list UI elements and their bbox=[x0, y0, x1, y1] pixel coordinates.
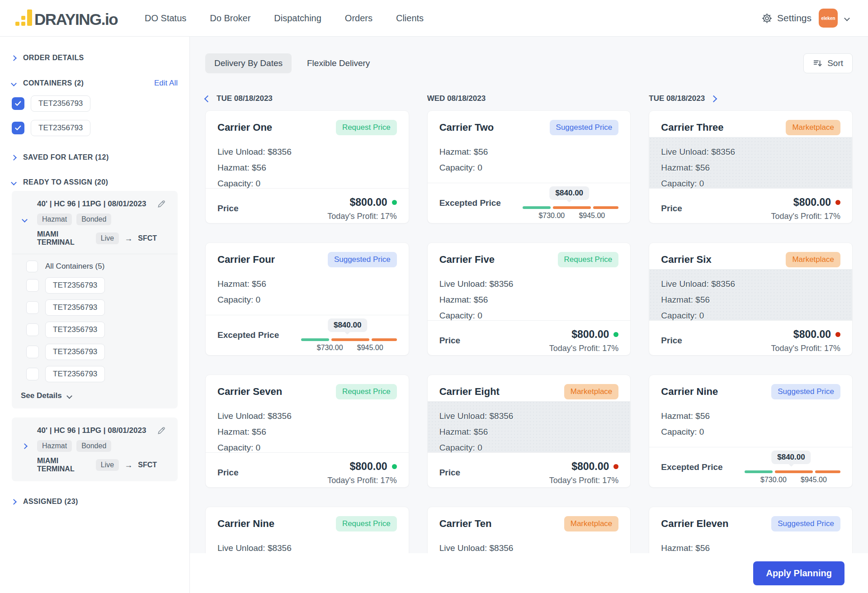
sort-button[interactable]: Sort bbox=[803, 53, 853, 73]
range-min-label: $730.00 bbox=[760, 476, 787, 484]
ready-to-assign-card[interactable]: 40' | HC 96 | 11PG | 08/01/2023 HazmatBo… bbox=[12, 417, 178, 481]
nav-item-do-status[interactable]: DO Status bbox=[145, 13, 186, 24]
expected-price-tooltip: $840.00 bbox=[771, 451, 811, 464]
nav-item-do-broker[interactable]: Do Broker bbox=[210, 13, 250, 24]
carrier-detail: Hazmat: $56 bbox=[217, 163, 397, 172]
container-row: TET2356793 bbox=[26, 365, 169, 383]
price-type-badge: Suggested Price bbox=[550, 120, 619, 135]
container-id-chip[interactable]: TET2356793 bbox=[45, 277, 105, 294]
container-row: TET2356793 bbox=[12, 119, 178, 137]
nav-item-orders[interactable]: Orders bbox=[345, 13, 373, 24]
nav-item-dispatching[interactable]: Dispatching bbox=[274, 13, 321, 24]
container-checkbox[interactable] bbox=[26, 301, 39, 314]
edit-all-link[interactable]: Edit All bbox=[154, 79, 178, 88]
logo-bars-icon bbox=[15, 9, 32, 27]
container-checkbox[interactable] bbox=[26, 346, 39, 358]
avatar[interactable]: eleken bbox=[819, 9, 838, 28]
bottom-action-bar: Apply Planning bbox=[190, 553, 868, 593]
container-checkbox[interactable] bbox=[26, 279, 39, 292]
edit-pencil-icon[interactable] bbox=[157, 426, 169, 435]
sidebar-item-saved-for-later[interactable]: SAVED FOR LATER (12) bbox=[12, 152, 178, 162]
carrier-card[interactable]: Carrier Six Marketplace Live Unload: $83… bbox=[649, 242, 853, 356]
container-id-chip[interactable]: TET2356793 bbox=[45, 366, 105, 382]
all-containers-row: All Containers (5) bbox=[26, 261, 169, 272]
see-details-label: See Details bbox=[21, 391, 62, 400]
carrier-card[interactable]: Carrier Two Suggested Price Hazmat: $56C… bbox=[427, 110, 631, 223]
expand-chevron-icon[interactable] bbox=[22, 217, 28, 223]
carrier-card[interactable]: Carrier Nine Suggested Price Hazmat: $56… bbox=[649, 375, 853, 488]
app-logo[interactable]: DRAYING.io bbox=[15, 9, 118, 27]
chevron-down-icon bbox=[66, 393, 72, 399]
range-segment-mid bbox=[553, 206, 591, 209]
price-type-badge: Request Price bbox=[336, 120, 397, 135]
range-segment-low bbox=[523, 206, 551, 209]
delivery-tabs: Delivery By DatesFlexible Delivery bbox=[205, 53, 379, 73]
prev-date-chevron-icon[interactable] bbox=[204, 95, 212, 102]
container-checkbox[interactable] bbox=[26, 368, 39, 380]
settings-button[interactable]: Settings bbox=[761, 13, 811, 24]
sidebar-item-order-details[interactable]: ORDER DETAILS bbox=[12, 53, 178, 63]
chevron-down-icon bbox=[11, 81, 17, 86]
carrier-card[interactable]: Carrier Eight Marketplace Live Unload: $… bbox=[427, 375, 631, 488]
top-nav: DRAYING.io DO StatusDo BrokerDispatching… bbox=[0, 0, 868, 37]
edit-pencil-icon[interactable] bbox=[157, 199, 169, 209]
main-panel: Delivery By DatesFlexible Delivery Sort … bbox=[190, 37, 868, 593]
container-id-chip[interactable]: TET2356793 bbox=[45, 299, 105, 316]
expand-chevron-icon[interactable] bbox=[22, 443, 28, 449]
sidebar-item-ready-to-assign[interactable]: READY TO ASSIGN (20) bbox=[12, 177, 178, 187]
gear-icon bbox=[761, 13, 773, 24]
sidebar-item-assigned[interactable]: ASSIGNED (23) bbox=[12, 497, 178, 507]
expected-price-value: $840.00 bbox=[334, 321, 361, 329]
sidebar-item-containers[interactable]: CONTAINERS (2) Edit All bbox=[12, 78, 178, 88]
container-list: TET2356793 TET2356793 TET2356793 TET2356… bbox=[21, 276, 169, 383]
container-checkbox[interactable] bbox=[12, 97, 24, 110]
see-details-button[interactable]: See Details bbox=[21, 391, 169, 400]
price-range-bar bbox=[301, 338, 397, 341]
assigned-label: ASSIGNED (23) bbox=[23, 498, 78, 506]
tab-flexible-delivery[interactable]: Flexible Delivery bbox=[298, 53, 379, 73]
price-block: $800.00 Today's Profit: 17% bbox=[327, 460, 397, 485]
container-checkbox[interactable] bbox=[26, 323, 39, 336]
container-id-chip[interactable]: TET2356793 bbox=[31, 120, 90, 136]
carrier-name: Carrier Nine bbox=[661, 386, 718, 398]
status-dot-icon bbox=[613, 464, 618, 469]
carrier-card[interactable]: Carrier Five Request Price Live Unload: … bbox=[427, 242, 631, 356]
todays-profit: Today's Profit: 17% bbox=[549, 344, 619, 353]
tag-bonded: Bonded bbox=[76, 213, 111, 225]
container-id-chip[interactable]: TET2356793 bbox=[31, 95, 90, 112]
todays-profit: Today's Profit: 17% bbox=[327, 212, 397, 221]
ready-to-assign-card[interactable]: 40' | HC 96 | 11PG | 08/01/2023 HazmatBo… bbox=[12, 191, 178, 408]
tab-delivery-by-dates[interactable]: Delivery By Dates bbox=[205, 53, 292, 73]
container-checkbox[interactable] bbox=[12, 122, 24, 134]
container-row: TET2356793 bbox=[26, 276, 169, 294]
sort-icon bbox=[813, 58, 823, 68]
carrier-details: Live Unload: $8356Hazmat: $56Capacity: 0 bbox=[649, 269, 852, 320]
chevron-right-icon bbox=[11, 55, 17, 61]
carrier-card[interactable]: Carrier Four Suggested Price Hazmat: $56… bbox=[205, 242, 409, 356]
carrier-detail: Live Unload: $8356 bbox=[661, 147, 840, 157]
todays-profit: Today's Profit: 17% bbox=[771, 344, 840, 353]
range-segment-mid bbox=[331, 338, 369, 341]
apply-planning-button[interactable]: Apply Planning bbox=[753, 561, 844, 585]
carrier-card[interactable]: Carrier Three Marketplace Live Unload: $… bbox=[649, 110, 853, 223]
nav-items: DO StatusDo BrokerDispatchingOrdersClien… bbox=[145, 13, 424, 24]
container-id-chip[interactable]: TET2356793 bbox=[45, 344, 105, 360]
expected-price-value: $840.00 bbox=[556, 189, 583, 197]
carrier-card[interactable]: Carrier Seven Request Price Live Unload:… bbox=[205, 375, 409, 488]
carrier-name: Carrier Eight bbox=[439, 386, 500, 398]
nav-item-clients[interactable]: Clients bbox=[396, 13, 424, 24]
all-containers-checkbox[interactable] bbox=[26, 261, 38, 272]
container-id-chip[interactable]: TET2356793 bbox=[45, 322, 105, 338]
account-chevron-down-icon[interactable] bbox=[844, 15, 850, 21]
footer-label: Excepted Price bbox=[661, 462, 722, 472]
carrier-details: Live Unload: $8356Hazmat: $56Capacity: 0 bbox=[428, 267, 631, 320]
next-date-chevron-icon[interactable] bbox=[710, 95, 717, 102]
carrier-detail: Capacity: 0 bbox=[217, 295, 397, 304]
mode-tag: Live bbox=[96, 459, 119, 471]
status-dot-icon bbox=[392, 200, 397, 205]
todays-profit: Today's Profit: 17% bbox=[549, 476, 619, 485]
carrier-detail: Live Unload: $8356 bbox=[217, 543, 397, 553]
carrier-detail: Capacity: 0 bbox=[661, 427, 840, 436]
carrier-card[interactable]: Carrier One Request Price Live Unload: $… bbox=[205, 110, 409, 223]
footer-label: Price bbox=[661, 336, 682, 346]
